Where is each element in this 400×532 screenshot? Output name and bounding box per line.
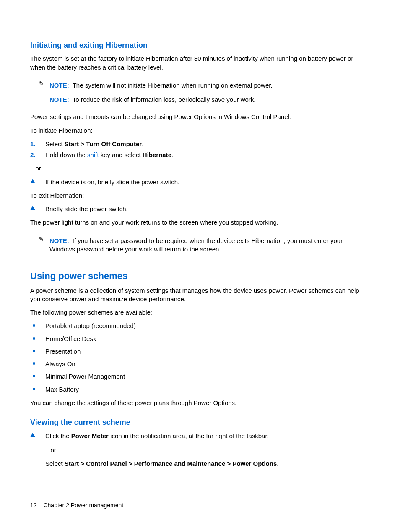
note-label: NOTE: xyxy=(49,96,69,103)
paragraph: The power light turns on and your work r… xyxy=(30,218,370,227)
note-icon: ✎ xyxy=(39,235,44,243)
list-item-text: Always On xyxy=(45,360,75,367)
bullet-text-pre: Click the xyxy=(45,432,71,439)
paragraph: Power settings and timeouts can be chang… xyxy=(30,113,370,121)
bullet-content: Click the Power Meter icon in the notifi… xyxy=(45,432,370,468)
bullet-text-post: icon in the notification area, at the fa… xyxy=(109,432,269,439)
bullet-alt-line: Select Start > Control Panel > Performan… xyxy=(45,460,370,468)
triangle-bullet-item: Briefly slide the power switch. xyxy=(30,205,370,213)
note-text: If you have set a password to be require… xyxy=(49,237,343,253)
bullet-text-end: . xyxy=(277,460,278,467)
heading-using-power-schemes: Using power schemes xyxy=(30,270,370,282)
list-item: Portable/Laptop (recommended) xyxy=(30,322,370,330)
triangle-bullet-item: If the device is on, briefly slide the p… xyxy=(30,178,370,186)
step-2: 2. Hold down the shift key and select Hi… xyxy=(30,151,370,159)
page-number: 12 xyxy=(30,502,37,509)
or-separator: – or – xyxy=(30,164,370,173)
note-box-1: ✎ NOTE:The system will not initiate Hibe… xyxy=(49,77,370,109)
list-item: Home/Office Desk xyxy=(30,335,370,343)
step-1: 1. Select Start > Turn Off Computer. xyxy=(30,140,370,148)
bullet-dot-icon xyxy=(33,337,35,340)
list-item-text: Home/Office Desk xyxy=(45,335,96,342)
list-item-text: Presentation xyxy=(45,348,81,355)
step-text-pre: Hold down the xyxy=(45,151,87,158)
intro-paragraph: A power scheme is a collection of system… xyxy=(30,287,370,304)
ordered-steps: 1. Select Start > Turn Off Computer. 2. … xyxy=(30,140,370,160)
bullet-dot-icon xyxy=(33,388,35,390)
paragraph: You can change the settings of these pow… xyxy=(30,399,370,407)
intro-paragraph: The system is set at the factory to init… xyxy=(30,54,370,72)
list-item: Presentation xyxy=(30,347,370,356)
step-number: 2. xyxy=(30,151,36,159)
note-label: NOTE: xyxy=(49,237,69,244)
step-number: 1. xyxy=(30,140,36,148)
bullet-dot-icon xyxy=(33,375,35,377)
triangle-icon xyxy=(30,206,35,210)
note-icon: ✎ xyxy=(39,80,44,88)
bullet-bold: Power Meter xyxy=(71,432,109,439)
step-text-end: . xyxy=(171,151,173,158)
paragraph: The following power schemes are availabl… xyxy=(30,308,370,317)
chapter-label: Chapter 2 Power management xyxy=(43,502,123,509)
list-item-text: Max Battery xyxy=(45,386,79,393)
note-line-2: NOTE:To reduce the risk of information l… xyxy=(49,96,370,104)
heading-initiating-exiting-hibernation: Initiating and exiting Hibernation xyxy=(30,40,370,50)
list-item-text: Minimal Power Management xyxy=(45,373,125,380)
page-footer: 12 Chapter 2 Power management xyxy=(30,501,370,509)
shift-key-text: shift xyxy=(87,151,99,158)
note-box-2: ✎ NOTE:If you have set a password to be … xyxy=(49,232,370,258)
paragraph: To exit Hibernation: xyxy=(30,191,370,200)
note-line-1: NOTE:The system will not initiate Hibern… xyxy=(49,81,370,90)
bullet-bold: Start > Control Panel > Performance and … xyxy=(65,460,277,467)
note-label: NOTE: xyxy=(49,82,69,89)
power-schemes-list: Portable/Laptop (recommended) Home/Offic… xyxy=(30,322,370,394)
paragraph: To initiate Hibernation: xyxy=(30,127,370,135)
note-line: NOTE:If you have set a password to be re… xyxy=(49,237,370,254)
bullet-dot-icon xyxy=(33,350,35,352)
triangle-icon xyxy=(30,179,35,183)
step-bold: Hibernate xyxy=(143,151,171,158)
list-item: Max Battery xyxy=(30,385,370,394)
note-text: To reduce the risk of information loss, … xyxy=(73,96,256,103)
bullet-dot-icon xyxy=(33,324,35,327)
bullet-text: If the device is on, briefly slide the p… xyxy=(45,178,179,186)
note-text: The system will not initiate Hibernation… xyxy=(73,82,273,89)
triangle-icon xyxy=(30,433,35,437)
step-text-mid: key and select xyxy=(99,151,143,158)
step-text-end: . xyxy=(142,140,143,147)
or-separator: – or – xyxy=(45,446,370,455)
bullet-dot-icon xyxy=(33,362,35,365)
list-item-text: Portable/Laptop (recommended) xyxy=(45,322,136,329)
heading-viewing-current-scheme: Viewing the current scheme xyxy=(30,417,370,427)
list-item: Minimal Power Management xyxy=(30,372,370,381)
bullet-text-pre: Select xyxy=(45,460,65,467)
triangle-bullet-item: Click the Power Meter icon in the notifi… xyxy=(30,432,370,468)
list-item: Always On xyxy=(30,360,370,368)
step-text-pre: Select xyxy=(45,140,65,147)
bullet-text: Briefly slide the power switch. xyxy=(45,205,128,212)
step-bold: Start > Turn Off Computer xyxy=(65,140,142,147)
